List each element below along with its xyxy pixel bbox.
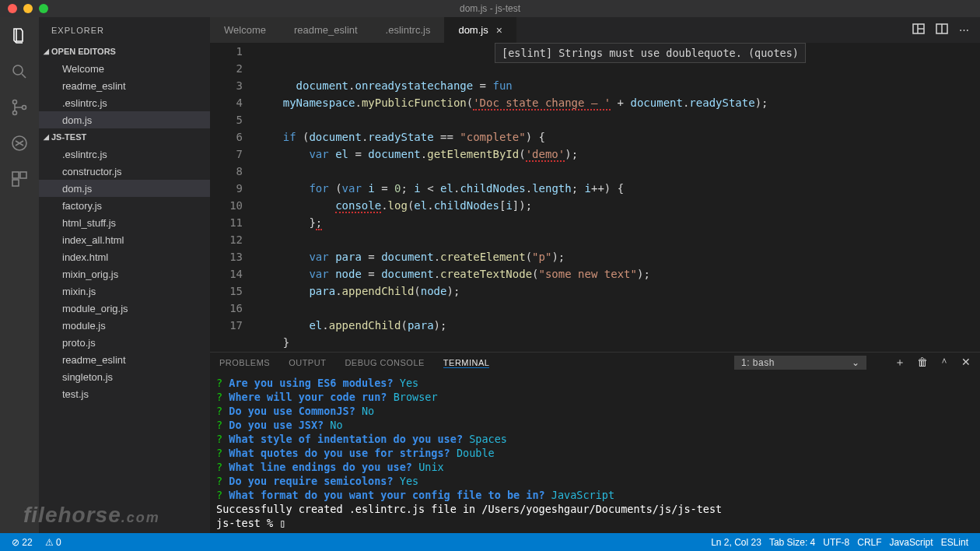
close-tab-icon[interactable]: × (496, 24, 502, 37)
panel-tab[interactable]: DEBUG CONSOLE (345, 358, 424, 368)
code-content[interactable]: [eslint] Strings must use doublequote. (… (257, 43, 980, 352)
section-label: JS-TEST (51, 132, 86, 142)
status-item[interactable]: ESLint (937, 537, 972, 548)
section-label: OPEN EDITORS (51, 47, 116, 56)
bottom-panel: PROBLEMSOUTPUTDEBUG CONSOLETERMINAL 1: b… (210, 352, 980, 533)
errors-count: 22 (22, 537, 32, 548)
minimize-window-button[interactable] (23, 4, 33, 13)
svg-point-1 (13, 100, 17, 104)
search-icon[interactable] (10, 62, 29, 81)
terminal-select-label: 1: bash (741, 357, 775, 368)
svg-point-2 (13, 111, 17, 115)
svg-rect-5 (12, 172, 19, 178)
status-item[interactable]: CRLF (853, 537, 885, 548)
tree-item[interactable]: dom.js (39, 180, 210, 197)
chevron-down-icon: ◢ (44, 133, 49, 141)
tree-item[interactable]: index_all.html (39, 231, 210, 248)
split-editor-icon[interactable] (936, 23, 948, 37)
extensions-icon[interactable] (10, 170, 29, 188)
chevron-down-icon: ◢ (44, 47, 49, 55)
tree-item[interactable]: dom.js (39, 111, 210, 128)
window-controls (8, 4, 48, 13)
sidebar-title: EXPLORER (39, 17, 210, 43)
tree-item[interactable]: .eslintrc.js (39, 146, 210, 163)
tree-item[interactable]: mixin.js (39, 283, 210, 300)
main-layout: EXPLORER ◢OPEN EDITORS Welcomereadme_esl… (0, 17, 980, 533)
close-window-button[interactable] (8, 4, 17, 13)
terminal-output[interactable]: ? Are you using ES6 modules? Yes ? Where… (210, 373, 980, 533)
close-panel-icon[interactable]: ✕ (961, 356, 971, 370)
tree-item[interactable]: constructor.js (39, 163, 210, 180)
panel-tab[interactable]: OUTPUT (289, 358, 326, 368)
tree-item[interactable]: module_orig.js (39, 300, 210, 317)
svg-point-0 (13, 65, 23, 75)
tree-item[interactable]: singleton.js (39, 368, 210, 385)
tree-item[interactable]: html_stuff.js (39, 214, 210, 231)
tree-item[interactable]: mixin_orig.js (39, 265, 210, 283)
tree-item[interactable]: module.js (39, 317, 210, 334)
tree-item[interactable]: .eslintrc.js (39, 94, 210, 111)
source-control-icon[interactable] (10, 98, 29, 117)
status-bar: ⊘ 22 ⚠ 0 Ln 2, Col 23Tab Size: 4UTF-8CRL… (0, 533, 980, 551)
project-section[interactable]: ◢JS-TEST (39, 128, 210, 146)
panel-tab[interactable]: TERMINAL (443, 358, 490, 368)
tree-item[interactable]: Welcome (39, 60, 210, 77)
kill-terminal-icon[interactable]: 🗑 (917, 356, 929, 370)
tree-item[interactable]: readme_eslint (39, 77, 210, 94)
maximize-window-button[interactable] (39, 4, 48, 13)
warnings-count: 0 (56, 537, 61, 548)
tree-item[interactable]: index.html (39, 248, 210, 265)
explorer-icon[interactable] (10, 26, 29, 45)
editor-tab[interactable]: .eslintrc.js (372, 17, 445, 43)
more-icon[interactable]: ⋯ (959, 24, 969, 36)
window-title: dom.js - js-test (460, 3, 520, 14)
svg-rect-7 (12, 180, 19, 186)
status-item[interactable]: Ln 2, Col 23 (707, 537, 765, 548)
open-editors-section[interactable]: ◢OPEN EDITORS (39, 43, 210, 60)
tree-item[interactable]: factory.js (39, 197, 210, 214)
tree-item[interactable]: proto.js (39, 334, 210, 351)
status-errors[interactable]: ⊘ 22 (8, 537, 37, 548)
chevron-updown-icon: ⌄ (852, 357, 860, 368)
debug-icon[interactable] (10, 134, 29, 153)
editor-area: Welcomereadme_eslint.eslintrc.jsdom.js× … (210, 17, 980, 533)
tab-actions: ⋯ (912, 17, 980, 43)
activity-bar (0, 17, 39, 533)
editor-tab[interactable]: readme_eslint (280, 17, 372, 43)
tree-item[interactable]: test.js (39, 385, 210, 402)
maximize-panel-icon[interactable]: ＾ (939, 356, 950, 370)
status-warnings[interactable]: ⚠ 0 (41, 537, 65, 548)
line-gutter: 1234567891011121314151617 (210, 43, 257, 352)
panel-tab[interactable]: PROBLEMS (219, 358, 270, 368)
lint-tooltip: [eslint] Strings must use doublequote. (… (495, 43, 806, 63)
svg-rect-6 (20, 172, 26, 178)
new-terminal-icon[interactable]: ＋ (894, 356, 906, 370)
code-editor[interactable]: 1234567891011121314151617 [eslint] Strin… (210, 43, 980, 352)
panel-tabs: PROBLEMSOUTPUTDEBUG CONSOLETERMINAL 1: b… (210, 353, 980, 373)
status-item[interactable]: JavaScript (886, 537, 937, 548)
terminal-select[interactable]: 1: bash⌄ (734, 356, 866, 370)
tab-bar: Welcomereadme_eslint.eslintrc.jsdom.js× … (210, 17, 980, 43)
titlebar: dom.js - js-test (0, 0, 980, 17)
editor-tab[interactable]: Welcome (210, 17, 280, 43)
split-preview-icon[interactable] (912, 23, 925, 37)
status-item[interactable]: UTF-8 (819, 537, 853, 548)
svg-point-3 (23, 106, 26, 110)
sidebar: EXPLORER ◢OPEN EDITORS Welcomereadme_esl… (39, 17, 210, 533)
status-item[interactable]: Tab Size: 4 (765, 537, 819, 548)
tree-item[interactable]: readme_eslint (39, 351, 210, 368)
editor-tab[interactable]: dom.js× (444, 17, 516, 43)
